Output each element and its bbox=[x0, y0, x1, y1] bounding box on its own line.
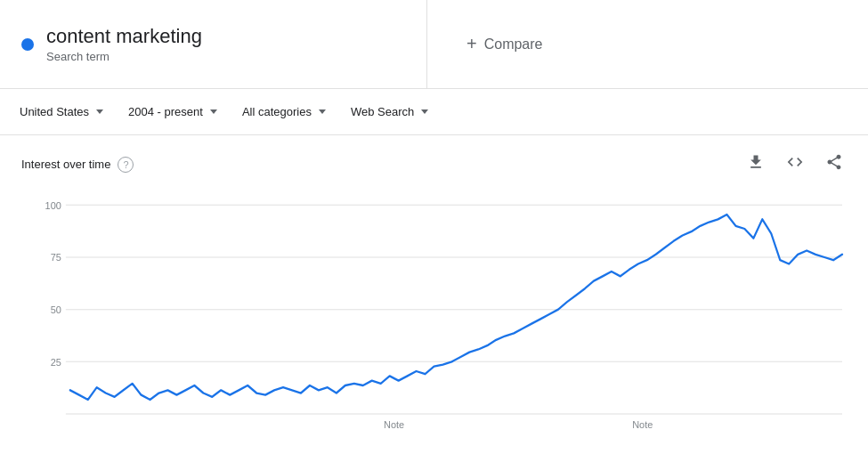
search-type-filter-button[interactable]: Web Search bbox=[342, 98, 437, 126]
download-icon[interactable] bbox=[743, 150, 768, 179]
chart-title: Interest over time bbox=[21, 158, 110, 171]
compare-button[interactable]: + Compare bbox=[456, 27, 554, 61]
help-icon[interactable]: ? bbox=[118, 157, 134, 173]
time-range-dropdown-arrow-icon bbox=[210, 109, 217, 114]
chart-container: 100 75 50 25 Note Note bbox=[21, 186, 847, 462]
region-dropdown-arrow-icon bbox=[96, 109, 103, 114]
category-filter-label: All categories bbox=[242, 105, 312, 118]
term-text-block: content marketing Search term bbox=[46, 25, 202, 63]
search-type-filter-label: Web Search bbox=[351, 105, 414, 118]
region-filter-button[interactable]: United States bbox=[11, 98, 112, 126]
chart-header: Interest over time ? bbox=[21, 150, 847, 179]
term-color-dot bbox=[21, 38, 34, 51]
time-range-filter-button[interactable]: 2004 - present bbox=[119, 98, 226, 126]
region-filter-label: United States bbox=[20, 105, 89, 118]
trend-chart: 100 75 50 25 Note Note bbox=[21, 186, 847, 462]
search-term-panel: content marketing Search term bbox=[0, 0, 427, 88]
category-filter-button[interactable]: All categories bbox=[233, 98, 335, 126]
svg-text:Note: Note bbox=[632, 419, 653, 430]
filter-bar: United States 2004 - present All categor… bbox=[0, 89, 868, 135]
compare-label: Compare bbox=[484, 36, 543, 53]
embed-icon[interactable] bbox=[783, 150, 807, 179]
category-dropdown-arrow-icon bbox=[319, 109, 326, 114]
header-section: content marketing Search term + Compare bbox=[0, 0, 868, 89]
chart-actions bbox=[743, 150, 847, 179]
chart-title-row: Interest over time ? bbox=[21, 157, 134, 173]
time-range-filter-label: 2004 - present bbox=[128, 105, 203, 118]
svg-text:50: 50 bbox=[51, 304, 61, 315]
chart-section: Interest over time ? 100 75 bbox=[0, 135, 868, 462]
plus-icon: + bbox=[466, 34, 477, 54]
svg-text:25: 25 bbox=[51, 356, 61, 367]
compare-panel: + Compare bbox=[427, 0, 868, 88]
svg-text:75: 75 bbox=[51, 252, 61, 263]
search-term-type: Search term bbox=[46, 50, 202, 63]
svg-text:Note: Note bbox=[384, 419, 404, 430]
share-icon[interactable] bbox=[822, 150, 847, 179]
svg-text:100: 100 bbox=[45, 199, 61, 210]
search-type-dropdown-arrow-icon bbox=[421, 109, 428, 114]
search-term-name: content marketing bbox=[46, 25, 202, 48]
